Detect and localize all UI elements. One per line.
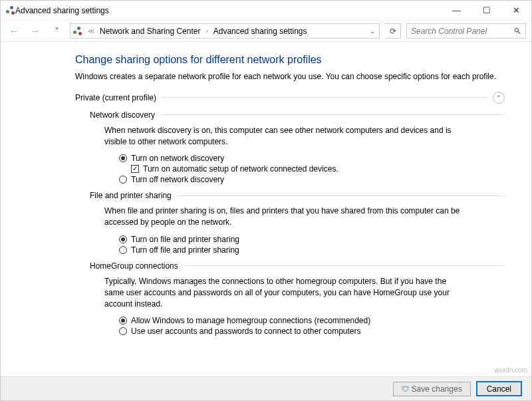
radio-label: Turn off file and printer sharing: [131, 245, 239, 255]
content-area: Change sharing options for different net…: [1, 42, 531, 378]
fps-options: Turn on file and printer sharing Turn of…: [119, 235, 505, 255]
divider: [160, 114, 505, 115]
radio-icon: [119, 154, 127, 162]
cancel-label: Cancel: [487, 384, 511, 394]
divider: [184, 265, 505, 266]
radio-icon: [119, 317, 127, 325]
radio-hg-allow[interactable]: Allow Windows to manage homegroup connec…: [119, 316, 505, 325]
address-dropdown-icon[interactable]: ⌄: [370, 27, 378, 35]
network-icon: [6, 6, 15, 15]
address-bar: ← → ˅ ≪ Network and Sharing Center › Adv…: [1, 21, 531, 42]
checkbox-icon: [131, 165, 139, 173]
page-subtext: Windows creates a separate network profi…: [75, 71, 505, 82]
page-heading: Change sharing options for different net…: [75, 54, 505, 66]
radio-hg-use[interactable]: Use user accounts and passwords to conne…: [119, 327, 505, 336]
collapse-button[interactable]: ⌃: [493, 92, 505, 104]
network-icon: [73, 27, 82, 36]
radio-label: Use user accounts and passwords to conne…: [131, 327, 361, 336]
shield-icon: 🛡: [402, 385, 409, 393]
radio-fps-off[interactable]: Turn off file and printer sharing: [119, 245, 505, 255]
homegroup-desc: Typically, Windows manages the connectio…: [104, 276, 464, 309]
homegroup-label: HomeGroup connections: [90, 261, 178, 271]
save-label: Save changes: [412, 384, 462, 394]
breadcrumb-item-1[interactable]: Network and Sharing Center: [98, 27, 201, 36]
section-private: Private (current profile) ⌃: [75, 92, 505, 104]
titlebar: Advanced sharing settings — ☐ ✕: [1, 1, 531, 21]
radio-label: Turn on network discovery: [131, 154, 224, 163]
radio-icon: [119, 246, 127, 254]
fps-label: File and printer sharing: [90, 191, 172, 200]
forward-button[interactable]: →: [27, 23, 43, 39]
radio-label: Allow Windows to manage homegroup connec…: [131, 316, 370, 325]
checkbox-netdisc-auto[interactable]: Turn on automatic setup of network conne…: [131, 164, 505, 174]
divider: [177, 196, 505, 196]
back-button[interactable]: ←: [6, 23, 22, 39]
network-discovery-options: Turn on network discovery Turn on automa…: [119, 154, 505, 184]
refresh-button[interactable]: ⟳: [385, 23, 401, 39]
close-button[interactable]: ✕: [501, 1, 531, 20]
breadcrumb-root-sep: ≪: [86, 27, 96, 35]
up-button[interactable]: ˅: [49, 23, 65, 39]
checkbox-label: Turn on automatic setup of network conne…: [143, 164, 338, 174]
fps-desc: When file and printer sharing is on, fil…: [104, 205, 464, 228]
chevron-right-icon: ›: [204, 27, 209, 35]
subsection-file-printer-sharing: File and printer sharing: [90, 191, 505, 200]
divider: [162, 97, 487, 98]
homegroup-options: Allow Windows to manage homegroup connec…: [119, 316, 505, 336]
radio-fps-on[interactable]: Turn on file and printer sharing: [119, 235, 505, 244]
window-title: Advanced sharing settings: [15, 6, 442, 15]
radio-icon: [119, 327, 127, 335]
radio-label: Turn on file and printer sharing: [131, 235, 239, 244]
breadcrumb-item-2[interactable]: Advanced sharing settings: [212, 27, 309, 36]
search-input[interactable]: Search Control Panel 🔍︎: [406, 23, 526, 39]
radio-icon: [119, 176, 127, 184]
maximize-button[interactable]: ☐: [471, 1, 501, 20]
watermark: wsxdn.com: [494, 366, 527, 374]
radio-netdisc-off[interactable]: Turn off network discovery: [119, 175, 505, 184]
search-placeholder: Search Control Panel: [411, 27, 487, 36]
window-controls: — ☐ ✕: [442, 1, 531, 20]
breadcrumb[interactable]: ≪ Network and Sharing Center › Advanced …: [70, 23, 380, 39]
search-icon: 🔍︎: [513, 27, 521, 36]
subsection-homegroup: HomeGroup connections: [90, 261, 505, 271]
cancel-button[interactable]: Cancel: [476, 381, 522, 396]
footer: 🛡 Save changes Cancel: [1, 376, 531, 400]
radio-netdisc-on[interactable]: Turn on network discovery: [119, 154, 505, 163]
network-discovery-label: Network discovery: [90, 110, 155, 120]
subsection-network-discovery: Network discovery: [90, 110, 505, 120]
minimize-button[interactable]: —: [442, 1, 471, 20]
section-private-label: Private (current profile): [75, 93, 156, 102]
network-discovery-desc: When network discovery is on, this compu…: [104, 125, 464, 148]
radio-icon: [119, 235, 127, 243]
save-button[interactable]: 🛡 Save changes: [393, 382, 471, 396]
radio-label: Turn off network discovery: [131, 175, 224, 184]
